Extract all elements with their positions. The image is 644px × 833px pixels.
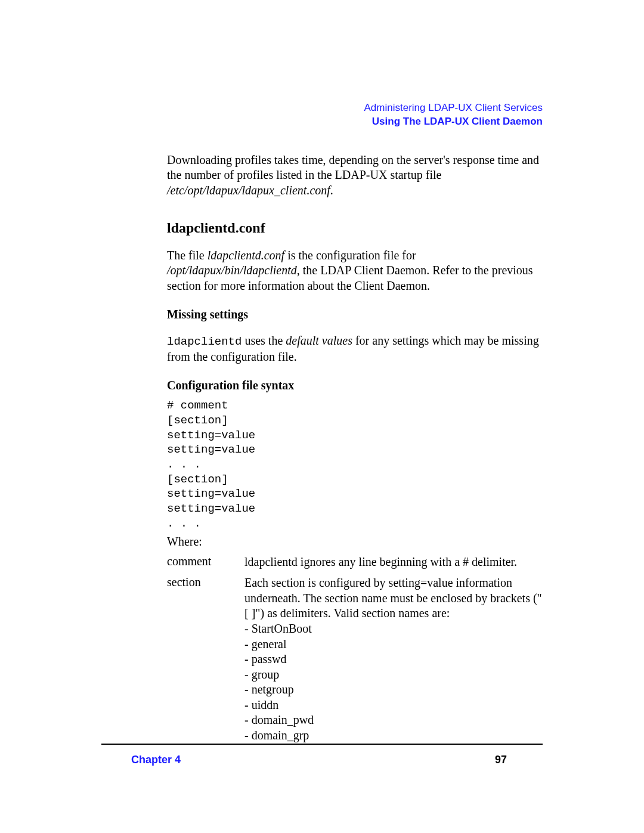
- config-syntax-heading: Configuration file syntax: [167, 379, 543, 392]
- intro-paragraph: Downloading profiles takes time, dependi…: [167, 153, 543, 199]
- intro-text: Downloading profiles takes time, dependi…: [167, 153, 539, 182]
- definition-line: - domain_pwd: [244, 713, 543, 728]
- section-intro-paragraph: The file ldapclientd.conf is the configu…: [167, 248, 543, 294]
- missing-code-term: ldapclientd: [167, 335, 242, 348]
- definition-line: - group: [244, 667, 543, 683]
- section-intro-binpath: /opt/ldapux/bin/ldapclientd: [167, 264, 297, 277]
- definition-line: - passwd: [244, 652, 543, 667]
- section-intro-mid: is the configuration file for: [284, 249, 416, 262]
- missing-italic: default values: [286, 334, 352, 347]
- missing-mid: uses the: [242, 334, 286, 347]
- footer-divider: [101, 744, 543, 745]
- footer-chapter: Chapter 4: [131, 754, 181, 766]
- header-chapter-title: Administering LDAP-UX Client Services: [167, 101, 543, 115]
- missing-settings-paragraph: ldapclientd uses the default values for …: [167, 333, 543, 364]
- section-intro-before: The file: [167, 249, 208, 262]
- where-label: Where:: [167, 535, 543, 549]
- definition-line: - uiddn: [244, 698, 543, 713]
- section-intro-filename: ldapclientd.conf: [208, 249, 284, 262]
- definition-list: commentldapclientd ignores any line begi…: [167, 555, 543, 744]
- definition-line: ldapclientd ignores any line beginning w…: [244, 555, 543, 570]
- definition-description: ldapclientd ignores any line beginning w…: [244, 555, 543, 570]
- definition-term: comment: [167, 555, 244, 568]
- header-section-title: Using The LDAP-UX Client Daemon: [167, 115, 543, 129]
- definition-line: - netgroup: [244, 682, 543, 698]
- definition-description: Each section is configured by setting=va…: [244, 575, 543, 744]
- definition-line: Each section is configured by setting=va…: [244, 575, 543, 621]
- definition-row: sectionEach section is configured by set…: [167, 575, 543, 744]
- intro-text-tail: .: [330, 184, 333, 197]
- page-footer: Chapter 4 97: [131, 754, 507, 766]
- section-heading: ldapclientd.conf: [167, 220, 543, 236]
- definition-row: commentldapclientd ignores any line begi…: [167, 555, 543, 570]
- definition-line: - StartOnBoot: [244, 621, 543, 637]
- missing-settings-heading: Missing settings: [167, 308, 543, 321]
- intro-config-path: /etc/opt/ldapux/ldapux_client.conf: [167, 184, 330, 197]
- definition-line: - domain_grp: [244, 728, 543, 744]
- config-syntax-codeblock: # comment [section] setting=value settin…: [167, 398, 543, 531]
- page-running-header: Administering LDAP-UX Client Services Us…: [167, 101, 543, 129]
- footer-page-number: 97: [495, 754, 507, 766]
- definition-line: - general: [244, 637, 543, 652]
- definition-term: section: [167, 575, 244, 589]
- document-page: Administering LDAP-UX Client Services Us…: [0, 0, 644, 744]
